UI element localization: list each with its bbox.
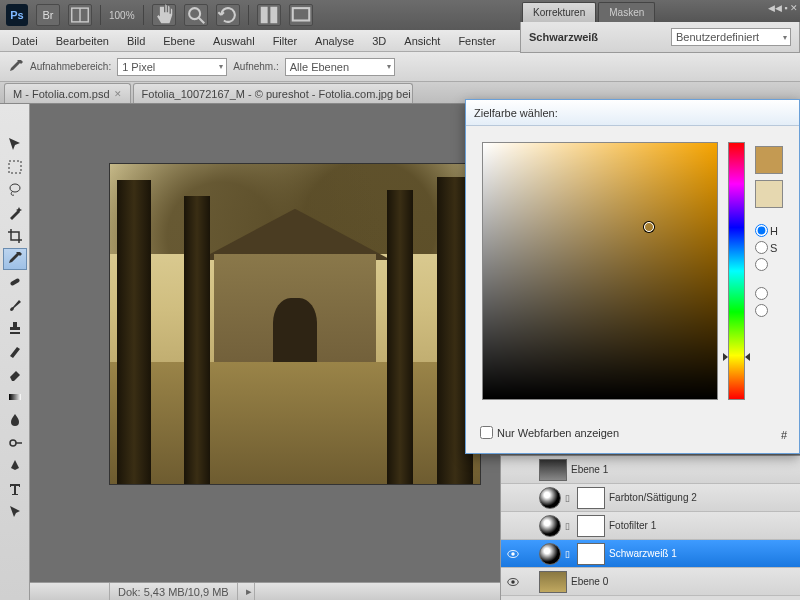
app-window: Ps Br 100% ─ ▢ ✕ Datei Bearbeiten Bild E… — [0, 0, 800, 600]
radio-h[interactable]: H — [755, 224, 783, 237]
radio-r[interactable] — [755, 287, 783, 300]
bridge-button[interactable]: Br — [36, 4, 60, 26]
doc-tab-2[interactable]: Fotolia_10072167_M - © pureshot - Fotoli… — [133, 83, 413, 103]
visibility-toggle[interactable] — [505, 518, 521, 534]
saturation-value-field[interactable] — [482, 142, 718, 400]
doc-tab-1[interactable]: M - Fotolia.com.psd✕ — [4, 83, 131, 103]
svg-rect-5 — [270, 7, 277, 24]
visibility-toggle[interactable] — [505, 546, 521, 562]
radio-s[interactable]: S — [755, 241, 783, 254]
radio-b[interactable] — [755, 258, 783, 271]
tab-korrekturen[interactable]: Korrekturen — [522, 2, 596, 22]
sample-size-combo[interactable]: 1 Pixel — [117, 58, 227, 76]
menu-datei[interactable]: Datei — [4, 33, 46, 49]
tab-masken[interactable]: Masken — [598, 2, 655, 22]
heal-tool[interactable] — [3, 271, 27, 293]
menu-auswahl[interactable]: Auswahl — [205, 33, 263, 49]
pen-tool[interactable] — [3, 455, 27, 477]
path-select-tool[interactable] — [3, 501, 27, 523]
history-brush-tool[interactable] — [3, 340, 27, 362]
adjustment-icon[interactable] — [539, 487, 561, 509]
marquee-tool[interactable] — [3, 156, 27, 178]
layers-panel: Ebene 1 ▯ Farbton/Sättigung 2 ▯ Fotofilt… — [500, 455, 800, 600]
dodge-tool[interactable] — [3, 432, 27, 454]
screen-mode-button[interactable] — [289, 4, 313, 26]
status-doc-size[interactable]: Dok: 5,43 MB/10,9 MB — [110, 583, 238, 600]
app-logo: Ps — [6, 4, 28, 26]
status-menu[interactable]: ▸ — [238, 583, 255, 600]
link-icon[interactable]: ▯ — [565, 493, 573, 503]
visibility-toggle[interactable] — [505, 574, 521, 590]
preset-combo[interactable]: Benutzerdefiniert — [671, 28, 791, 46]
radio-g[interactable] — [755, 304, 783, 317]
svg-point-8 — [10, 184, 20, 192]
brush-tool[interactable] — [3, 294, 27, 316]
layer-row[interactable]: ▯ Fotofilter 1 — [501, 512, 800, 540]
mask-thumb[interactable] — [577, 487, 605, 509]
adjustment-title: Schwarzweiß — [529, 31, 598, 43]
adjustments-panel: ◀◀ ▪ ✕ Korrekturen Masken Schwarzweiß Be… — [520, 0, 800, 53]
rotate-view-button[interactable] — [216, 4, 240, 26]
hex-label: # — [781, 429, 787, 441]
svg-rect-4 — [260, 7, 267, 24]
mask-thumb[interactable] — [577, 515, 605, 537]
svg-point-14 — [511, 552, 515, 556]
layer-row-selected[interactable]: ▯ Schwarzweiß 1 — [501, 540, 800, 568]
options-bar: Aufnahmebereich: 1 Pixel Aufnehm.: Alle … — [0, 52, 800, 82]
svg-point-11 — [10, 440, 16, 446]
layer-thumb[interactable] — [539, 459, 567, 481]
hand-tool-button[interactable] — [152, 4, 176, 26]
document-canvas[interactable] — [110, 164, 480, 484]
eyedropper-icon — [8, 59, 24, 75]
menu-analyse[interactable]: Analyse — [307, 33, 362, 49]
lasso-tool[interactable] — [3, 179, 27, 201]
wand-tool[interactable] — [3, 202, 27, 224]
menu-ebene[interactable]: Ebene — [155, 33, 203, 49]
move-tool[interactable] — [3, 133, 27, 155]
svg-rect-10 — [9, 394, 21, 400]
visibility-toggle[interactable] — [505, 462, 521, 478]
zoom-readout[interactable]: 100% — [109, 10, 135, 21]
picker-side: H S — [755, 142, 783, 400]
mask-thumb[interactable] — [577, 543, 605, 565]
zoom-tool-button[interactable] — [184, 4, 208, 26]
menu-filter[interactable]: Filter — [265, 33, 305, 49]
visibility-toggle[interactable] — [505, 490, 521, 506]
sv-cursor[interactable] — [644, 222, 654, 232]
layer-row[interactable]: Ebene 1 — [501, 456, 800, 484]
link-icon[interactable]: ▯ — [565, 521, 573, 531]
layer-row[interactable]: Ebene 0 — [501, 568, 800, 596]
eraser-tool[interactable] — [3, 363, 27, 385]
layout-button[interactable] — [68, 4, 92, 26]
menu-bearbeiten[interactable]: Bearbeiten — [48, 33, 117, 49]
close-icon[interactable]: ✕ — [114, 89, 122, 99]
color-picker-dialog: Zielfarbe wählen: H S Nur Webfarb — [465, 99, 800, 454]
menu-ansicht[interactable]: Ansicht — [396, 33, 448, 49]
picker-title[interactable]: Zielfarbe wählen: — [466, 100, 799, 126]
svg-rect-7 — [9, 161, 21, 173]
sample-layers-combo[interactable]: Alle Ebenen — [285, 58, 395, 76]
adjustment-icon[interactable] — [539, 515, 561, 537]
gradient-tool[interactable] — [3, 386, 27, 408]
adjustment-icon[interactable] — [539, 543, 561, 565]
arrange-docs-button[interactable] — [257, 4, 281, 26]
crop-tool[interactable] — [3, 225, 27, 247]
new-color-swatch[interactable] — [755, 146, 783, 174]
hue-slider[interactable] — [728, 142, 745, 400]
layer-row[interactable]: ▯ Farbton/Sättigung 2 — [501, 484, 800, 512]
panel-collapse-icon[interactable]: ◀◀ ▪ ✕ — [768, 3, 798, 13]
stamp-tool[interactable] — [3, 317, 27, 339]
sample-size-label: Aufnahmebereich: — [30, 61, 111, 72]
type-tool[interactable] — [3, 478, 27, 500]
web-colors-input[interactable] — [480, 426, 493, 439]
eyedropper-tool[interactable] — [3, 248, 27, 270]
current-color-swatch[interactable] — [755, 180, 783, 208]
layer-thumb[interactable] — [539, 571, 567, 593]
menu-bild[interactable]: Bild — [119, 33, 153, 49]
link-icon[interactable]: ▯ — [565, 549, 573, 559]
blur-tool[interactable] — [3, 409, 27, 431]
status-zoom[interactable] — [30, 583, 110, 600]
menu-fenster[interactable]: Fenster — [450, 33, 503, 49]
menu-3d[interactable]: 3D — [364, 33, 394, 49]
web-colors-checkbox[interactable]: Nur Webfarben anzeigen — [480, 426, 619, 439]
